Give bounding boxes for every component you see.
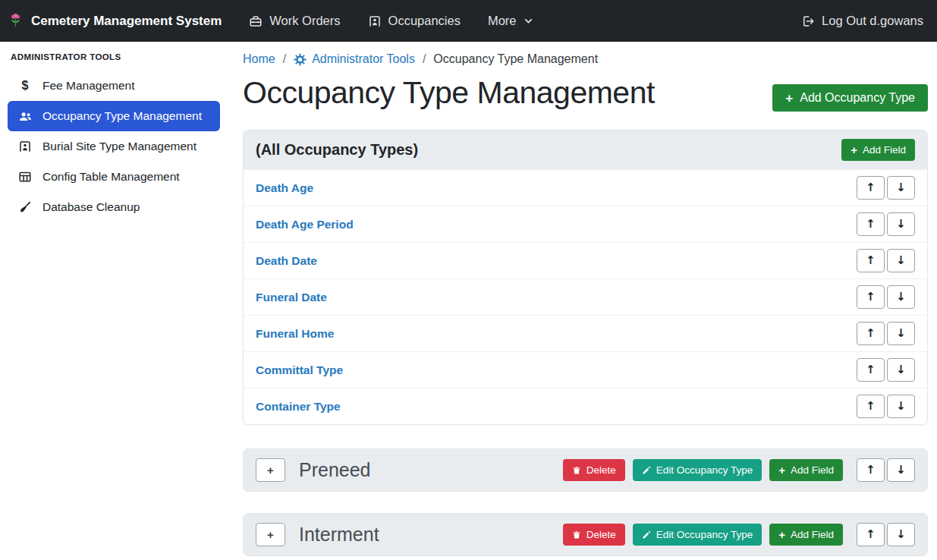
pencil-icon [642, 466, 651, 475]
field-link-funeral-home[interactable]: Funeral Home [256, 327, 334, 341]
field-link-container-type[interactable]: Container Type [256, 400, 341, 414]
arrow-up-icon: ↑ [866, 219, 876, 230]
page-title: Occupancy Type Management [243, 75, 655, 111]
users-icon [17, 109, 33, 124]
move-up-button[interactable]: ↑ [857, 176, 885, 200]
sidebar-item-label: Database Cleanup [42, 200, 140, 214]
all-occupancy-types-header: (All Occupancy Types) + Add Field [244, 131, 927, 169]
occupant-icon [17, 140, 33, 153]
table-icon [17, 170, 33, 184]
chevron-down-icon [524, 16, 533, 26]
trash-icon [572, 530, 581, 540]
add-field-button[interactable]: + Add Field [841, 139, 915, 161]
row-actions: ↑ ↓ [857, 395, 915, 418]
sidebar-heading: ADMINISTRATOR TOOLS [8, 52, 220, 71]
nav-occupancies[interactable]: Occupancies [368, 14, 461, 28]
app-brand[interactable]: Cemetery Management System [8, 13, 222, 29]
move-up-button[interactable]: ↑ [857, 212, 885, 236]
pencil-icon [642, 530, 651, 540]
sidebar-item-occupancy-type-management[interactable]: Occupancy Type Management [8, 101, 220, 131]
move-down-button[interactable]: ↓ [887, 358, 915, 382]
field-row: Container Type ↑ ↓ [244, 388, 927, 424]
sidebar-item-config-table-management[interactable]: Config Table Management [8, 162, 220, 192]
move-down-button[interactable]: ↓ [887, 176, 915, 200]
field-row: Death Age ↑ ↓ [244, 169, 927, 206]
arrow-up-icon: ↑ [866, 364, 876, 376]
add-field-button[interactable]: + Add Field [769, 524, 843, 546]
field-link-death-age-period[interactable]: Death Age Period [256, 218, 354, 231]
move-up-button[interactable]: ↑ [857, 395, 885, 418]
section-actions: Delete Edit Occupancy Type + Add Field ↑… [563, 523, 915, 546]
page-header: Occupancy Type Management + Add Occupanc… [243, 75, 928, 112]
row-actions: ↑ ↓ [857, 322, 915, 345]
plus-icon: + [778, 464, 785, 476]
field-link-funeral-date[interactable]: Funeral Date [256, 291, 327, 304]
edit-occupancy-type-button[interactable]: Edit Occupancy Type [633, 524, 762, 546]
nav-work-orders[interactable]: Work Orders [249, 14, 340, 28]
expand-button[interactable]: + [256, 458, 285, 482]
plus-icon: + [267, 464, 274, 476]
plus-icon: + [851, 144, 857, 156]
arrow-down-icon: ↓ [896, 182, 906, 193]
trash-icon [572, 466, 581, 475]
move-down-button[interactable]: ↓ [887, 395, 915, 418]
row-actions: ↑ ↓ [857, 285, 915, 309]
field-link-death-date[interactable]: Death Date [256, 254, 317, 268]
sidebar-item-database-cleanup[interactable]: Database Cleanup [8, 192, 220, 222]
field-row: Funeral Home ↑ ↓ [244, 315, 927, 351]
plus-icon: + [785, 92, 793, 105]
move-up-button[interactable]: ↑ [857, 322, 885, 345]
move-up-button[interactable]: ↑ [857, 458, 885, 482]
arrow-up-icon: ↑ [866, 529, 876, 540]
plus-icon: + [267, 529, 274, 540]
row-actions: ↑ ↓ [857, 458, 915, 482]
nav-work-orders-label: Work Orders [269, 14, 340, 28]
move-up-button[interactable]: ↑ [857, 358, 885, 382]
add-field-button[interactable]: + Add Field [769, 459, 843, 481]
occupant-icon [368, 14, 382, 28]
arrow-down-icon: ↓ [896, 219, 906, 230]
breadcrumb-home-link[interactable]: Home [243, 52, 275, 66]
field-link-committal-type[interactable]: Committal Type [256, 363, 343, 377]
arrow-up-icon: ↑ [866, 328, 876, 339]
flower-logo-icon [8, 13, 24, 29]
move-up-button[interactable]: ↑ [857, 285, 885, 309]
logout-button[interactable]: Log Out d.gowans [801, 14, 923, 28]
sidebar-item-fee-management[interactable]: $ Fee Management [8, 71, 220, 101]
move-up-button[interactable]: ↑ [857, 249, 885, 272]
move-down-button[interactable]: ↓ [887, 322, 915, 345]
arrow-down-icon: ↓ [896, 401, 906, 412]
delete-button[interactable]: Delete [563, 524, 625, 546]
nav-occupancies-label: Occupancies [388, 14, 461, 28]
breadcrumb-current: Occupancy Type Management [433, 52, 598, 66]
breadcrumb-administrator-tools-link[interactable]: Administrator Tools [294, 52, 415, 66]
expand-button[interactable]: + [256, 523, 285, 546]
sidebar-item-label: Occupancy Type Management [42, 109, 202, 123]
toolbox-icon [249, 14, 263, 28]
move-down-button[interactable]: ↓ [887, 249, 915, 272]
row-actions: ↑ ↓ [857, 249, 915, 272]
arrow-down-icon: ↓ [896, 255, 906, 266]
app-title: Cemetery Management System [31, 14, 222, 29]
card-title: (All Occupancy Types) [256, 141, 418, 159]
sidebar-item-burial-site-type-management[interactable]: Burial Site Type Management [8, 131, 220, 162]
breadcrumb-separator: / [423, 52, 426, 66]
edit-occupancy-type-button[interactable]: Edit Occupancy Type [633, 459, 762, 481]
breadcrumb-separator: / [283, 52, 286, 66]
arrow-down-icon: ↓ [896, 464, 906, 476]
field-row: Funeral Date ↑ ↓ [244, 278, 927, 315]
field-link-death-age[interactable]: Death Age [256, 181, 313, 195]
sidebar-item-label: Fee Management [42, 79, 135, 93]
section-actions: Delete Edit Occupancy Type + Add Field ↑… [563, 458, 915, 482]
delete-button[interactable]: Delete [563, 459, 625, 481]
move-down-button[interactable]: ↓ [887, 212, 915, 236]
move-up-button[interactable]: ↑ [857, 523, 885, 546]
row-actions: ↑ ↓ [857, 523, 915, 546]
top-navbar: Cemetery Management System Work Orders O… [0, 0, 937, 42]
breadcrumb: Home / Administrator Tools / Occupancy T… [243, 52, 928, 66]
move-down-button[interactable]: ↓ [887, 523, 915, 546]
add-occupancy-type-button[interactable]: + Add Occupancy Type [772, 84, 928, 112]
nav-more[interactable]: More [488, 14, 533, 28]
move-down-button[interactable]: ↓ [887, 458, 915, 482]
move-down-button[interactable]: ↓ [887, 285, 915, 309]
